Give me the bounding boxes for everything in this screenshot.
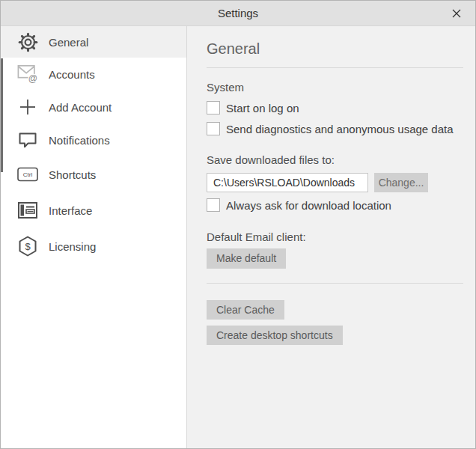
close-button[interactable]: [445, 1, 468, 26]
checkbox-label: Always ask for download location: [226, 199, 391, 212]
gear-icon: [17, 31, 38, 52]
envelope-at-icon: @: [17, 64, 38, 85]
sidebar-item-licensing[interactable]: $ Licensing: [1, 228, 186, 264]
always-ask-row: Always ask for download location: [207, 198, 463, 212]
page-title: General: [207, 40, 463, 58]
settings-window: Settings: [0, 0, 476, 449]
checkbox-label: Start on log on: [226, 102, 299, 114]
checkbox-label: Send diagnostics and anonymous usage dat…: [226, 123, 454, 135]
general-settings-panel: General System Start on log on Send diag…: [187, 26, 475, 449]
sidebar-item-label: Interface: [49, 204, 92, 217]
sidebar-item-label: Accounts: [49, 68, 95, 81]
svg-text:Ctrl: Ctrl: [23, 171, 33, 178]
make-default-button[interactable]: Make default: [207, 248, 286, 269]
clear-cache-button[interactable]: Clear Cache: [207, 300, 284, 320]
ctrl-key-icon: Ctrl: [17, 164, 38, 185]
sidebar-item-label: Notifications: [49, 134, 110, 147]
create-desktop-shortcuts-button[interactable]: Create desktop shortcuts: [207, 326, 343, 345]
sidebar-item-accounts[interactable]: @ Accounts: [1, 58, 186, 91]
default-email-client-label: Default Email client:: [207, 230, 463, 243]
sidebar-item-label: Licensing: [49, 240, 96, 253]
system-section-title: System: [207, 81, 463, 94]
sidebar-item-label: Shortcuts: [49, 168, 96, 181]
sidebar-item-general[interactable]: General: [1, 26, 186, 58]
always-ask-checkbox[interactable]: [207, 198, 220, 212]
settings-sidebar: General @ Accounts: [1, 26, 187, 449]
send-diagnostics-checkbox[interactable]: [207, 122, 220, 135]
svg-text:@: @: [28, 73, 37, 84]
sidebar-item-notifications[interactable]: Notifications: [1, 123, 186, 156]
dollar-hexagon-icon: $: [17, 236, 38, 257]
start-on-logon-checkbox[interactable]: [207, 101, 220, 114]
plus-icon: [17, 97, 38, 117]
download-path-input[interactable]: [207, 173, 368, 192]
close-icon: [452, 9, 461, 18]
divider: [207, 67, 463, 68]
sidebar-item-interface[interactable]: Interface: [1, 192, 186, 228]
send-diagnostics-row: Send diagnostics and anonymous usage dat…: [207, 122, 463, 135]
titlebar: Settings: [1, 1, 475, 26]
save-downloads-label: Save downloaded files to:: [207, 153, 463, 166]
change-path-button[interactable]: Change...: [374, 173, 428, 192]
sidebar-scrollbar-thumb[interactable]: [1, 58, 3, 172]
sidebar-item-shortcuts[interactable]: Ctrl Shortcuts: [1, 156, 186, 192]
svg-text:$: $: [25, 241, 31, 252]
sidebar-item-label: Add Account: [49, 101, 112, 114]
start-on-logon-row: Start on log on: [207, 101, 463, 114]
layout-icon: [17, 200, 38, 221]
window-title: Settings: [218, 7, 258, 19]
sidebar-item-add-account[interactable]: Add Account: [1, 91, 186, 123]
sidebar-item-label: General: [49, 36, 88, 49]
download-path-row: Change...: [207, 173, 463, 192]
speech-bubble-icon: [17, 129, 38, 150]
